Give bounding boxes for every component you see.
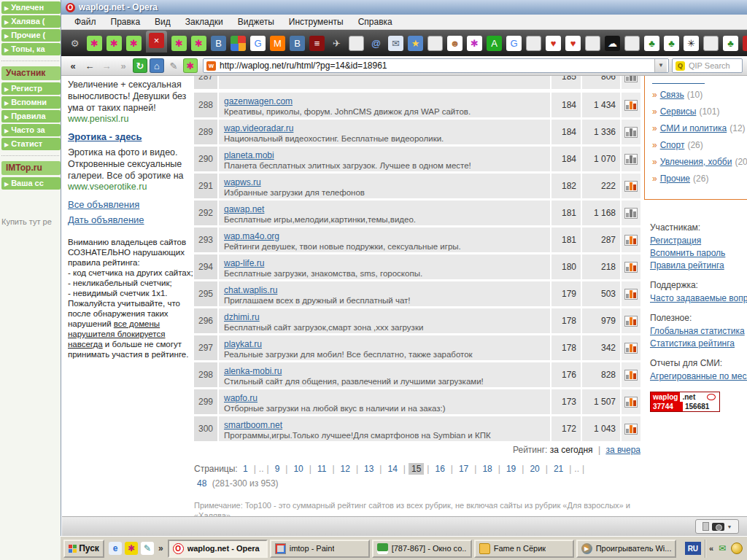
sidebar-item[interactable]: ▶Прочие ( — [1, 29, 61, 42]
rating-today[interactable]: за сегодня — [550, 445, 593, 455]
page-link[interactable]: 13 — [361, 463, 376, 475]
qip-button[interactable]: ✱ — [183, 58, 198, 73]
page-link[interactable]: 16 — [432, 463, 447, 475]
picture-star-icon[interactable]: ★ — [408, 36, 423, 51]
strawberry-icon[interactable]: ♥ — [565, 36, 581, 51]
site-link[interactable]: smartboom.net — [224, 420, 282, 430]
page-link[interactable]: 14 — [384, 463, 400, 475]
sidebar-item[interactable]: ▶Часто за — [1, 124, 61, 136]
category-link[interactable]: Связь — [660, 90, 684, 100]
section-link[interactable]: Агрегированные по месяцам — [650, 371, 747, 381]
bar-chart-icon[interactable] — [624, 316, 638, 327]
satellite-icon[interactable]: ✈ — [329, 36, 344, 51]
spider-icon[interactable]: ✳ — [684, 36, 699, 51]
sidebar-item[interactable]: ▶Регистр — [1, 82, 61, 95]
site-link[interactable]: wap.videoradar.ru — [224, 123, 293, 133]
page-link[interactable]: 18 — [479, 463, 495, 475]
bar-chart-icon[interactable] — [624, 127, 638, 138]
mail-icon[interactable]: ✉ — [388, 36, 403, 51]
document-icon[interactable] — [427, 36, 443, 51]
site-link[interactable]: wap-life.ru — [224, 258, 264, 268]
page-link[interactable]: 9 — [272, 463, 283, 475]
tray-chevron-icon[interactable]: « — [709, 544, 713, 553]
quicklaunch-qip-icon[interactable]: ✱ — [125, 542, 138, 555]
google-icon[interactable]: G — [506, 36, 522, 51]
rating-yesterday-link[interactable]: за вчера — [605, 445, 640, 455]
tray-coin-icon[interactable] — [731, 542, 743, 554]
avatar-icon[interactable]: ☻ — [447, 36, 462, 51]
banner-icon[interactable]: ≡ — [309, 36, 325, 51]
address-dropdown-button[interactable]: ▼ — [654, 59, 667, 72]
ad-link[interactable]: www.vseoerotike.ru — [68, 182, 193, 192]
qip-icon[interactable]: ✱ — [126, 36, 142, 51]
all-ads-link[interactable]: Все объявления — [68, 199, 193, 210]
site-link[interactable]: wapfo.ru — [224, 393, 258, 403]
site-link[interactable]: wap.ma4o.org — [224, 231, 279, 241]
sidebar-item[interactable]: ▶Вспомни — [1, 96, 61, 109]
google-icon[interactable]: G — [250, 36, 266, 51]
site-link[interactable]: dzhimi.ru — [224, 312, 260, 322]
post-ad-link[interactable]: Дать объявление — [68, 214, 193, 225]
bar-chart-icon[interactable] — [624, 181, 638, 192]
section-link[interactable]: Глобальная статистика — [650, 326, 747, 336]
ad-title-link[interactable]: Эротика - здесь — [68, 131, 193, 142]
sidebar-item[interactable]: ▶Ваша сс — [1, 177, 61, 190]
site-link[interactable]: qawap.net — [224, 204, 264, 214]
pencil-button[interactable]: ✎ — [166, 58, 181, 73]
bar-chart-icon[interactable] — [624, 235, 638, 246]
flower-icon[interactable]: ✱ — [467, 36, 482, 51]
vk-icon[interactable]: B — [290, 36, 305, 51]
capture-doc-icon[interactable] — [703, 522, 709, 531]
close-tab-icon[interactable]: × — [149, 33, 164, 48]
cannabis-leaf-icon[interactable]: ♣ — [644, 36, 659, 51]
ad-link[interactable]: www.penisxl.ru — [68, 114, 193, 124]
reload-button[interactable]: ↻ — [133, 58, 147, 73]
back-button[interactable]: ← — [82, 58, 97, 73]
category-link[interactable]: СМИ и политика — [660, 123, 727, 133]
bar-chart-icon[interactable] — [624, 76, 638, 82]
section-link[interactable]: Регистрация — [650, 236, 747, 246]
sidebar-item[interactable]: ▶Халява ( — [1, 15, 61, 28]
bar-chart-icon[interactable] — [624, 343, 638, 354]
language-indicator[interactable]: RU — [685, 542, 701, 555]
search-input[interactable]: Q QIP Search — [672, 58, 743, 73]
bar-chart-icon[interactable] — [624, 208, 638, 219]
site-link[interactable]: gazenwagen.com — [224, 96, 293, 106]
qip-icon[interactable]: ✱ — [107, 36, 122, 51]
vk-icon[interactable]: B — [211, 36, 226, 51]
menu-item[interactable]: Виджеты — [231, 15, 282, 28]
category-link[interactable]: Прочие — [660, 174, 690, 184]
address-bar[interactable]: w http://waplog.net/ru/html/?pg=14&id=18… — [203, 58, 669, 73]
page-link[interactable]: 20 — [527, 463, 542, 475]
bar-chart-icon[interactable] — [624, 424, 638, 435]
site-link[interactable]: chat.waplis.ru — [224, 285, 277, 295]
sidebar-item[interactable]: ▶Увлечен — [1, 1, 61, 14]
site-link[interactable]: playkat.ru — [224, 339, 262, 349]
taskbar-button[interactable]: imtop - Paint — [270, 540, 370, 558]
category-item-clipped[interactable] — [652, 78, 705, 84]
clipped-red-icon[interactable] — [743, 36, 747, 51]
sidebar-item[interactable]: ▶Правила — [1, 110, 61, 122]
section-link[interactable]: Правила рейтинга — [650, 260, 747, 271]
page-link[interactable]: 21 — [551, 463, 566, 475]
quicklaunch-overflow-chevron[interactable]: » — [158, 543, 163, 553]
strawberry-icon[interactable]: ♥ — [546, 36, 561, 51]
taskbar-button[interactable]: Owaplog.net - Opera — [168, 540, 268, 558]
title-bar[interactable]: O waplog.net - Opera — [61, 0, 747, 15]
page-link[interactable]: 1 — [240, 463, 251, 475]
section-link[interactable]: Часто задаваемые вопросы — [650, 293, 747, 303]
sidebar-item[interactable]: ▶Статист — [1, 138, 61, 150]
bar-chart-icon[interactable] — [624, 154, 638, 165]
page-link[interactable]: 48 — [194, 478, 209, 489]
page-link[interactable]: 12 — [338, 463, 353, 475]
tools-icon[interactable]: ⚙ — [67, 36, 82, 51]
bar-chart-icon[interactable] — [624, 289, 638, 300]
document-icon[interactable] — [585, 36, 600, 51]
document-icon[interactable] — [526, 36, 541, 51]
quicklaunch-pen-icon[interactable]: ✎ — [141, 542, 154, 555]
bar-chart-icon[interactable] — [624, 370, 638, 381]
menu-item[interactable]: Закладки — [178, 15, 231, 28]
quicklaunch-browser-icon[interactable]: e — [109, 542, 122, 555]
qip-icon[interactable]: ✱ — [191, 36, 206, 51]
taskbar-button[interactable]: Fame n Cёрик — [474, 540, 574, 558]
